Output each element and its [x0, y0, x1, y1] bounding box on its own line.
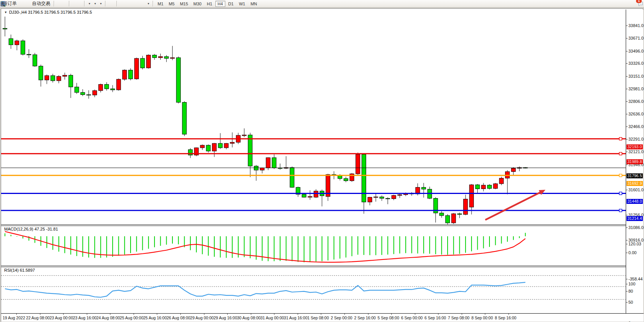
macd-bar — [363, 236, 364, 255]
macd-bar — [489, 236, 490, 247]
macd-bar — [387, 236, 388, 255]
candle-down — [457, 214, 462, 215]
tf-m1[interactable]: M1 — [155, 1, 166, 7]
line-chart-button[interactable] — [64, 0, 67, 8]
chart-objects-dropdown-icon[interactable]: ▼ — [4, 11, 7, 14]
price-level-badge: 31989.8 — [626, 159, 643, 164]
market-watch-button[interactable] — [23, 0, 26, 8]
text-label-button[interactable]: T — [142, 0, 145, 8]
text-button[interactable]: A — [138, 0, 141, 8]
candle-down — [272, 158, 276, 168]
macd-bar — [5, 233, 5, 236]
main-toolbar: 新订单 自动交易 — [0, 0, 644, 8]
macd-bar — [16, 236, 17, 237]
macd-bar — [435, 236, 436, 254]
dropdown-arrow-icon: ▾ — [100, 2, 102, 5]
cursor-button[interactable] — [108, 0, 111, 8]
macd-bar — [483, 236, 484, 248]
tf-mn[interactable]: MN — [248, 1, 259, 7]
zoom-out-button[interactable] — [75, 0, 78, 8]
time-tick — [274, 314, 274, 315]
panel-splitter[interactable] — [1, 224, 626, 225]
macd-bar — [495, 236, 496, 245]
tf-d1[interactable]: D1 — [226, 1, 236, 7]
level-handle — [619, 192, 622, 195]
candle-down — [110, 89, 115, 90]
template-button[interactable]: ▾ — [98, 0, 103, 8]
macd-bar — [310, 236, 311, 262]
candle-up — [398, 195, 402, 195]
panel-splitter[interactable] — [1, 266, 626, 266]
macd-tick: 0.00 — [626, 250, 643, 255]
time-tick — [485, 314, 485, 315]
fibonacci-button[interactable]: F — [134, 0, 137, 8]
tf-w1[interactable]: W1 — [237, 1, 248, 7]
candle-up — [212, 143, 217, 151]
price-tick: 32806.0 — [626, 99, 643, 104]
macd-bar — [346, 236, 346, 258]
bar-chart-button[interactable] — [56, 0, 59, 8]
highlighter-button[interactable] — [19, 0, 22, 8]
notifications-button[interactable]: 1 — [637, 0, 640, 8]
candle-down — [440, 213, 444, 216]
dropdown-arrow-icon: ▾ — [89, 2, 90, 5]
horizontal-line-button[interactable] — [123, 0, 126, 8]
macd-bar — [208, 236, 209, 256]
candle-up — [158, 56, 163, 58]
macd-bar — [477, 236, 478, 250]
time-tick — [298, 314, 298, 315]
candle-down — [344, 179, 348, 181]
candle-down — [21, 41, 25, 54]
candle-up — [57, 76, 61, 81]
macd-bar — [244, 236, 245, 257]
autotrading-button[interactable]: 自动交易 — [30, 0, 52, 8]
candle-down — [248, 135, 252, 166]
time-tick-label: 30 Aug 08:00 — [237, 316, 261, 320]
macd-bar — [53, 236, 53, 250]
time-tick-label: 7 Sep 08:00 — [448, 316, 470, 320]
chart-title: ▼ DJ30-,H4 31796.5 31796.5 31796.5 31796… — [4, 10, 92, 14]
new-chart-button[interactable]: ▾ — [87, 0, 92, 8]
candle-chart-button[interactable] — [60, 0, 63, 8]
time-tick-label: 25 Aug 00:00 — [120, 316, 143, 320]
candle-down — [87, 95, 91, 95]
macd-bar — [352, 236, 352, 256]
period-button[interactable]: ▾ — [92, 0, 97, 8]
vertical-line-button[interactable] — [119, 0, 122, 8]
equidistant-channel-button[interactable]: E — [131, 0, 134, 8]
price-chart[interactable] — [1, 10, 626, 224]
time-axis[interactable]: 19 Aug 202222 Aug 08:0023 Aug 00:0023 Au… — [1, 313, 644, 322]
price-tick: 33671.0 — [626, 36, 643, 40]
shapes-button[interactable]: ▾ — [146, 0, 151, 8]
macd-bar — [136, 236, 137, 252]
tf-h4[interactable]: H4 — [215, 1, 225, 7]
time-tick-label: 22 Aug 08:00 — [26, 316, 50, 320]
candle-down — [33, 55, 37, 66]
panel-splitter — [1, 226, 626, 226]
macd-bar — [166, 236, 167, 245]
trendline-button[interactable] — [127, 0, 130, 8]
tf-m5[interactable]: M5 — [166, 1, 177, 7]
tf-m30[interactable]: M30 — [191, 1, 204, 7]
price-axis[interactable]: 33841.033671.033496.033326.033151.032981… — [626, 10, 643, 313]
tile-windows-button[interactable] — [79, 0, 82, 8]
signal-button[interactable] — [27, 0, 30, 8]
macd-panel[interactable] — [1, 226, 626, 266]
tf-m15[interactable]: M15 — [178, 1, 190, 7]
macd-bar — [11, 235, 11, 236]
tf-h1[interactable]: H1 — [204, 1, 214, 7]
toolbar-separator — [54, 1, 54, 6]
macd-bar — [154, 236, 155, 247]
crosshair-button[interactable] — [112, 0, 115, 8]
candle-up — [368, 197, 372, 202]
zoom-in-button[interactable] — [72, 0, 75, 8]
chart-window: ▼ DJ30-,H4 31796.5 31796.5 31796.5 31796… — [1, 8, 643, 322]
macd-bar — [465, 236, 466, 253]
macd-bar — [250, 236, 250, 258]
time-tick — [462, 314, 462, 315]
macd-bar — [160, 236, 161, 246]
macd-bar — [112, 236, 113, 257]
candle-up — [45, 75, 49, 80]
rsi-panel[interactable] — [1, 267, 626, 305]
candle-up — [392, 195, 396, 199]
